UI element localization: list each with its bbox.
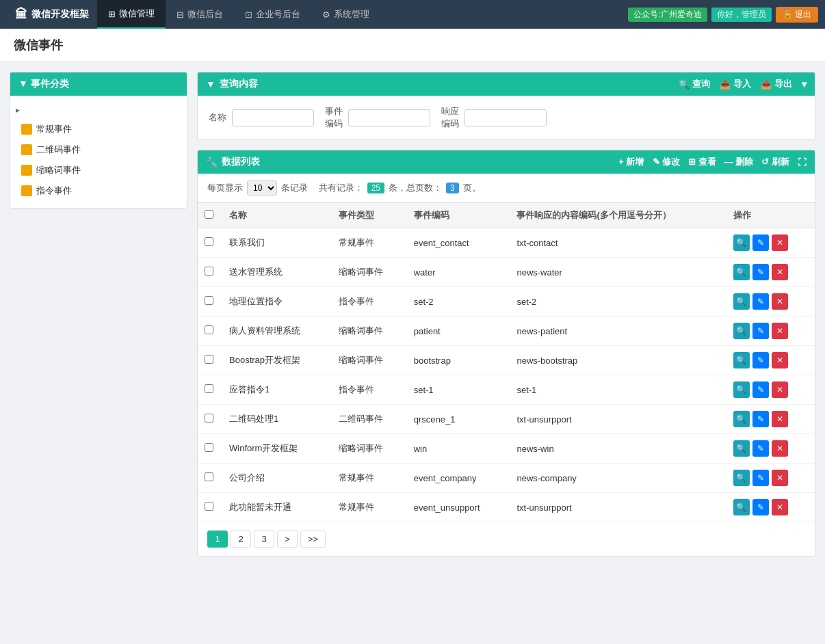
total-unit: 条，总页数： [389, 182, 442, 194]
row-select-checkbox-7[interactable] [205, 443, 213, 452]
page-btn-last[interactable]: >> [300, 531, 326, 548]
tree-item-normal[interactable]: 常规事件 [10, 119, 187, 139]
tree-item-command[interactable]: 指令事件 [10, 180, 187, 201]
category-panel-header: ▼ 事件分类 [10, 72, 187, 96]
delete-row-btn-0[interactable]: ✕ [772, 234, 788, 251]
nav-item-enterprise-backend[interactable]: ⊡ 企业号后台 [234, 0, 311, 29]
query-event-code-input[interactable] [348, 109, 430, 126]
edit-row-btn-0[interactable]: ✎ [752, 234, 769, 251]
row-select-checkbox-0[interactable] [205, 237, 213, 246]
page-btn-1[interactable]: 1 [207, 531, 228, 548]
query-panel: ▼ 查询内容 🔍 查询 📥 导入 📤 导出 ▾ [197, 72, 815, 140]
edit-row-btn-1[interactable]: ✎ [752, 264, 769, 280]
view-row-btn-7[interactable]: 🔍 [733, 440, 750, 457]
search-button[interactable]: 🔍 查询 [679, 78, 710, 90]
delete-row-btn-4[interactable]: ✕ [772, 352, 788, 368]
category-panel: ▼ 事件分类 ▸ 常规事件 二维码事件 缩略词事件 [10, 72, 187, 209]
nav-item-system-mgmt[interactable]: ⚙ 系统管理 [311, 0, 380, 29]
nav-item-weixin-mgmt[interactable]: ⊞ 微信管理 [97, 0, 166, 29]
view-row-btn-1[interactable]: 🔍 [733, 264, 750, 280]
data-header-label: 数据列表 [222, 156, 260, 168]
delete-row-btn-8[interactable]: ✕ [772, 470, 788, 486]
query-row: 名称 事件编码 响应编码 [209, 105, 804, 130]
row-select-checkbox-5[interactable] [205, 384, 213, 393]
select-all-checkbox[interactable] [205, 210, 213, 219]
edit-row-btn-3[interactable]: ✎ [752, 323, 769, 339]
logout-button[interactable]: 🔓 退出 [776, 7, 818, 23]
refresh-button[interactable]: ↺ 刷新 [761, 156, 789, 168]
view-row-btn-0[interactable]: 🔍 [733, 234, 750, 251]
view-row-btn-4[interactable]: 🔍 [733, 352, 750, 368]
delete-row-btn-7[interactable]: ✕ [772, 440, 788, 457]
nav-brand[interactable]: 🏛 微信开发框架 [7, 8, 97, 22]
edit-row-btn-8[interactable]: ✎ [752, 470, 769, 486]
table-row: 送水管理系统 缩略词事件 water news-water 🔍 ✎ ✕ [198, 258, 815, 287]
import-button[interactable]: 📥 导入 [720, 78, 751, 90]
row-name-1: 送水管理系统 [222, 258, 332, 287]
user-badge: 你好，管理员 [711, 8, 772, 22]
per-page-select[interactable]: 10 20 50 [247, 180, 277, 196]
folder-icon-qrcode [21, 144, 32, 155]
category-header-label: ▼ 事件分类 [18, 78, 69, 90]
row-select-checkbox-9[interactable] [205, 502, 213, 511]
view-row-btn-2[interactable]: 🔍 [733, 293, 750, 310]
total-count-badge: 25 [367, 183, 384, 193]
row-code-9: event_unsupport [407, 493, 510, 522]
delete-row-btn-9[interactable]: ✕ [772, 499, 788, 515]
col-name: 名称 [222, 203, 332, 228]
row-type-5: 指令事件 [332, 375, 407, 405]
query-response-code-input[interactable] [464, 109, 547, 126]
row-response-9: txt-unsurpport [510, 493, 726, 522]
tree-item-qrcode[interactable]: 二维码事件 [10, 139, 187, 160]
row-select-checkbox-8[interactable] [205, 472, 213, 481]
page-btn-next[interactable]: > [277, 531, 298, 548]
row-select-checkbox-2[interactable] [205, 296, 213, 305]
view-row-btn-8[interactable]: 🔍 [733, 470, 750, 486]
page-btn-3[interactable]: 3 [254, 531, 274, 548]
row-name-3: 病人资料管理系统 [222, 317, 332, 346]
expand-icon[interactable]: ▾ [802, 79, 807, 90]
page-btn-2[interactable]: 2 [231, 531, 251, 548]
view-row-btn-3[interactable]: 🔍 [733, 323, 750, 339]
row-select-checkbox-6[interactable] [205, 414, 213, 422]
query-name-input[interactable] [232, 109, 314, 126]
row-checkbox-3 [198, 317, 222, 346]
row-checkbox-0 [198, 228, 222, 258]
edit-button[interactable]: ✎ 修改 [653, 156, 681, 168]
view-button[interactable]: ⊞ 查看 [688, 156, 716, 168]
category-panel-body: ▸ 常规事件 二维码事件 缩略词事件 指令事件 [10, 96, 187, 208]
tree-root-icon: ▸ [16, 105, 20, 115]
tree-item-abbr[interactable]: 缩略词事件 [10, 160, 187, 180]
add-button[interactable]: + 新增 [618, 156, 644, 168]
fullscreen-button[interactable]: ⛶ [798, 157, 807, 167]
view-row-btn-5[interactable]: 🔍 [733, 381, 750, 398]
delete-row-btn-1[interactable]: ✕ [772, 264, 788, 280]
edit-row-btn-4[interactable]: ✎ [752, 352, 769, 368]
row-select-checkbox-1[interactable] [205, 267, 213, 276]
edit-row-btn-2[interactable]: ✎ [752, 293, 769, 310]
top-nav: 🏛 微信开发框架 ⊞ 微信管理 ⊟ 微信后台 ⊡ 企业号后台 ⚙ 系统管理 公众… [0, 0, 825, 29]
query-header-label: 查询内容 [220, 78, 258, 90]
edit-row-btn-5[interactable]: ✎ [752, 381, 769, 398]
edit-row-btn-9[interactable]: ✎ [752, 499, 769, 515]
view-row-btn-9[interactable]: 🔍 [733, 499, 750, 515]
delete-row-btn-5[interactable]: ✕ [772, 381, 788, 398]
row-response-0: txt-contact [510, 228, 726, 258]
delete-row-btn-3[interactable]: ✕ [772, 323, 788, 339]
row-actions-4: 🔍 ✎ ✕ [726, 346, 815, 375]
brand-icon: 🏛 [15, 8, 27, 22]
row-checkbox-7 [198, 434, 222, 464]
edit-row-btn-7[interactable]: ✎ [752, 440, 769, 457]
row-select-checkbox-3[interactable] [205, 325, 213, 334]
export-button[interactable]: 📤 导出 [761, 78, 792, 90]
edit-row-btn-6[interactable]: ✎ [752, 411, 769, 427]
delete-row-btn-2[interactable]: ✕ [772, 293, 788, 310]
view-row-btn-6[interactable]: 🔍 [733, 411, 750, 427]
delete-row-btn-6[interactable]: ✕ [772, 411, 788, 427]
row-name-6: 二维码处理1 [222, 405, 332, 434]
nav-item-weixin-backend[interactable]: ⊟ 微信后台 [166, 0, 234, 29]
delete-button[interactable]: — 删除 [724, 156, 754, 168]
col-type: 事件类型 [332, 203, 407, 228]
total-label: 共有记录： [319, 182, 363, 194]
row-select-checkbox-4[interactable] [205, 355, 213, 364]
